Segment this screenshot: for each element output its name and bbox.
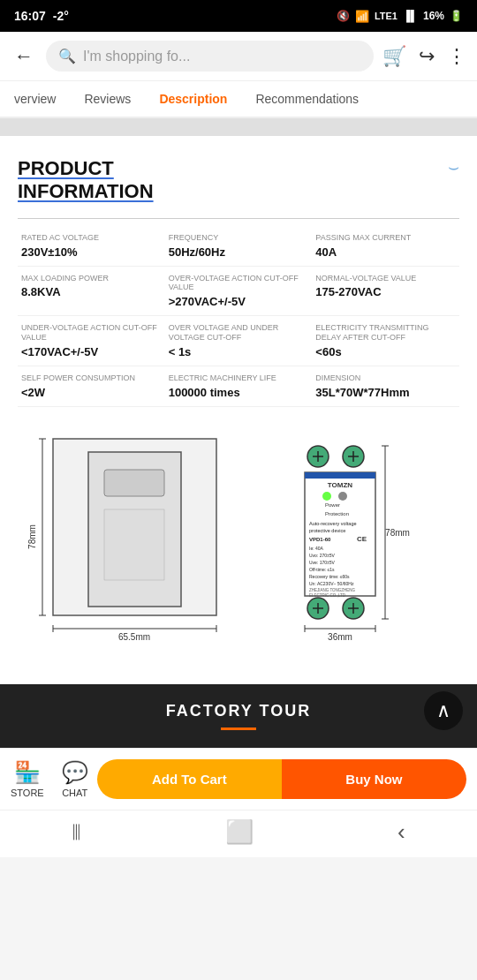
spec-label: UNDER-VOLTAGE ACTION CUT-OFF VALUE — [21, 323, 162, 343]
search-bar[interactable]: 🔍 I'm shopping fo... — [46, 41, 374, 72]
store-button[interactable]: 🏪 STORE — [11, 760, 44, 798]
cart-icon[interactable]: 🛒 — [382, 45, 406, 68]
battery-icon: 🔋 — [450, 10, 463, 22]
spec-max-current: PASSING MAX CURRENT 40A — [312, 226, 459, 266]
spec-over-voltage: OVER-VOLTAGE ACTION CUT-OFF VALUE >270VA… — [165, 267, 313, 316]
spec-rated-voltage: RATED AC VOLTAGE 230V±10% — [18, 226, 165, 266]
chat-icon: 💬 — [62, 760, 88, 785]
svg-text:78mm: 78mm — [27, 524, 37, 549]
svg-point-21 — [322, 492, 331, 501]
svg-text:Ie:      40A: Ie: 40A — [309, 546, 324, 551]
svg-text:protective device: protective device — [309, 528, 345, 533]
nav-back-button[interactable]: ‹ — [398, 818, 405, 846]
svg-text:Uvo: 270±5V: Uvo: 270±5V — [309, 553, 336, 558]
wifi-icon: 📶 — [355, 10, 369, 23]
tab-recommendations[interactable]: Recommendations — [241, 81, 373, 117]
header-icons: 🛒 ↪ ⋮ — [382, 45, 466, 68]
status-bar: 16:07 -2° 🔇 📶 LTE1 ▐▌ 16% 🔋 — [0, 0, 477, 32]
content-wrapper: PRODUCTINFORMATION ⌣ RATED AC VOLTAGE 23… — [0, 118, 477, 748]
chat-button[interactable]: 💬 CHAT — [62, 760, 88, 798]
collapse-button[interactable]: ⌣ — [448, 157, 459, 177]
svg-text:Protection: Protection — [325, 511, 349, 516]
svg-text:Auto-recovery voltage: Auto-recovery voltage — [309, 521, 357, 526]
spec-label: FREQUENCY — [169, 233, 309, 243]
nav-bar: ⦀ ⬜ ‹ — [0, 810, 477, 857]
spec-value: >270VAC+/-5V — [169, 295, 309, 308]
spec-normal-voltage: NORMAL-VOLTAGE VALUE 175-270VAC — [312, 267, 459, 316]
svg-text:Off-time:    ≤1s: Off-time: ≤1s — [309, 567, 335, 572]
add-to-cart-button[interactable]: Add To Cart — [97, 759, 282, 799]
specs-row-4: SELF POWER CONSUMPTION <2W ELECTRIC MACH… — [18, 366, 459, 407]
specs-row-3: UNDER-VOLTAGE ACTION CUT-OFF VALUE <170V… — [18, 316, 459, 366]
signal-bars-icon: ▐▌ — [403, 10, 418, 22]
tab-overview[interactable]: verview — [0, 81, 70, 117]
svg-point-22 — [338, 492, 347, 501]
svg-text:TOMZN: TOMZN — [328, 481, 353, 489]
tab-description[interactable]: Description — [145, 81, 241, 117]
spec-value: 230V±10% — [21, 245, 162, 259]
factory-tour-divider — [221, 727, 256, 730]
temperature: -2° — [53, 9, 69, 23]
diagram-svg: 78mm 65.5mm TOMZN — [26, 421, 450, 651]
search-icon: 🔍 — [58, 48, 76, 64]
spec-under-voltage: UNDER-VOLTAGE ACTION CUT-OFF VALUE <170V… — [18, 316, 165, 366]
more-icon[interactable]: ⋮ — [447, 45, 466, 68]
spec-value: 8.8KVA — [21, 285, 162, 298]
mute-icon: 🔇 — [337, 10, 350, 22]
spec-value: 50Hz/60Hz — [169, 245, 309, 259]
cta-container: Add To Cart Buy Now — [97, 759, 466, 799]
specs-row-1: RATED AC VOLTAGE 230V±10% FREQUENCY 50Hz… — [18, 226, 459, 267]
spec-value: < 1s — [169, 345, 309, 358]
spec-value: <2W — [21, 386, 162, 399]
status-icons: 🔇 📶 LTE1 ▐▌ 16% 🔋 — [337, 10, 463, 23]
spec-max-loading: MAX LOADING POWER 8.8KVA — [18, 267, 165, 316]
share-icon[interactable]: ↪ — [419, 45, 435, 68]
spec-value: 40A — [315, 245, 456, 259]
svg-text:VPD1-60: VPD1-60 — [309, 537, 331, 542]
spec-label: DIMENSION — [315, 373, 456, 383]
product-info-title: PRODUCTINFORMATION — [18, 157, 154, 204]
svg-rect-3 — [104, 509, 164, 580]
chat-label: CHAT — [62, 788, 87, 798]
spec-label: PASSING MAX CURRENT — [315, 233, 456, 243]
tab-reviews[interactable]: Reviews — [70, 81, 145, 117]
spec-value: 35L*70W*77Hmm — [315, 386, 456, 399]
back-button[interactable]: ← — [11, 41, 37, 72]
spec-value: <60s — [315, 345, 456, 358]
svg-text:36mm: 36mm — [328, 632, 352, 642]
svg-text:Recovery time: ≤60s: Recovery time: ≤60s — [309, 574, 350, 579]
signal-label: LTE1 — [375, 11, 398, 21]
nav-home-button[interactable]: ⬜ — [225, 818, 254, 846]
search-placeholder: I'm shopping fo... — [83, 49, 190, 64]
device-diagram: 78mm 65.5mm TOMZN — [18, 421, 459, 663]
store-icon: 🏪 — [14, 760, 41, 785]
svg-text:Un: AC230V~ 50/60Hz: Un: AC230V~ 50/60Hz — [309, 581, 354, 586]
spec-machinery-life: ELECTRIC MACHINERY LIFE 100000 times — [165, 366, 313, 406]
spec-dimension: DIMENSION 35L*70W*77Hmm — [312, 366, 459, 406]
battery-level: 16% — [423, 10, 444, 22]
scroll-to-top-button[interactable]: ∧ — [424, 691, 463, 730]
factory-tour-section: FACTORY TOUR — [0, 684, 477, 748]
spec-over-under-cutoff: OVER VOLTAGE AND UNDER VOLTAGE CUT-OFF <… — [165, 316, 313, 366]
spec-transmit-delay: ELECTRICITY TRANSMITTING DELAY AFTER CUT… — [312, 316, 459, 366]
svg-text:CE: CE — [357, 535, 367, 543]
spec-value: <170VAC+/-5V — [21, 345, 162, 358]
specs-section: RATED AC VOLTAGE 230V±10% FREQUENCY 50Hz… — [18, 226, 459, 407]
svg-rect-19 — [305, 472, 375, 479]
spec-label: NORMAL-VOLTAGE VALUE — [315, 274, 456, 283]
bottom-left-actions: 🏪 STORE 💬 CHAT — [11, 760, 88, 798]
svg-text:78mm: 78mm — [385, 528, 410, 538]
spec-value: 175-270VAC — [315, 285, 456, 298]
svg-rect-2 — [104, 470, 164, 496]
store-label: STORE — [11, 788, 44, 798]
svg-text:Uve: 170±5V: Uve: 170±5V — [309, 560, 336, 565]
nav-menu-button[interactable]: ⦀ — [72, 818, 81, 846]
spec-self-power: SELF POWER CONSUMPTION <2W — [18, 366, 165, 406]
spec-label: OVER-VOLTAGE ACTION CUT-OFF VALUE — [169, 274, 309, 293]
factory-tour-title: FACTORY TOUR — [18, 702, 459, 720]
buy-now-button[interactable]: Buy Now — [282, 759, 466, 799]
bottom-action-bar: 🏪 STORE 💬 CHAT Add To Cart Buy Now — [0, 748, 477, 810]
header: ← 🔍 I'm shopping fo... 🛒 ↪ ⋮ — [0, 32, 477, 81]
spec-label: OVER VOLTAGE AND UNDER VOLTAGE CUT-OFF — [169, 323, 309, 343]
svg-text:65.5mm: 65.5mm — [118, 632, 150, 642]
